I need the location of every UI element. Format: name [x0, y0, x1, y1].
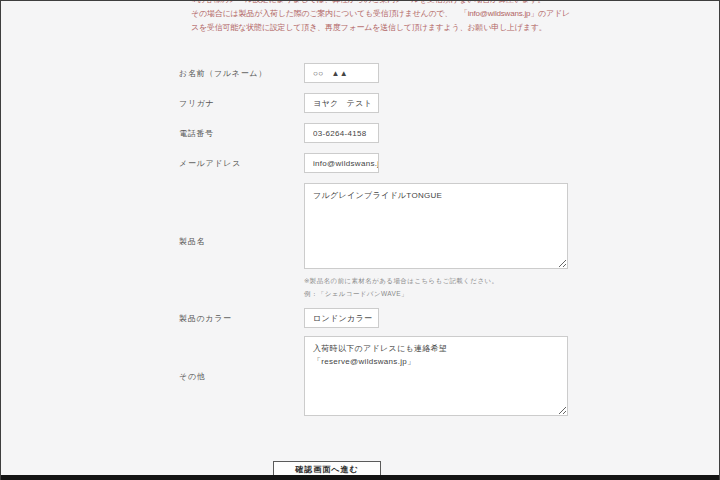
product-name-notes: ※製品名の前に素材名がある場合はこちらもご記載ください。 例：「シェルコードバン…: [304, 274, 568, 300]
other-textarea[interactable]: 入荷時以下のアドレスにも連絡希望 「reserve@wildswans.jp」: [304, 336, 568, 416]
email-input[interactable]: [304, 153, 379, 173]
product-color-input[interactable]: [304, 308, 379, 328]
product-name-note-2: 例：「シェルコードバンWAVE」: [304, 287, 568, 300]
product-name-label: 製品名: [179, 236, 304, 247]
product-name-note-1: ※製品名の前に素材名がある場合はこちらもご記載ください。: [304, 274, 568, 287]
bottom-black-bar: [1, 475, 719, 480]
product-name-field: フルグレインブライドルTONGUE ※製品名の前に素材名がある場合はこちらもご記…: [304, 183, 568, 300]
form-row-other: その他 入荷時以下のアドレスにも連絡希望 「reserve@wildswans.…: [179, 336, 599, 416]
form-row-product-name: 製品名 フルグレインブライドルTONGUE ※製品名の前に素材名がある場合はこち…: [179, 183, 599, 300]
form-row-product-color: 製品のカラー: [179, 308, 599, 328]
page: ※お客様のメール設定によりましては、弊社からのご案内メールを受信頂けない場合が御…: [0, 0, 720, 480]
phone-input[interactable]: [304, 123, 379, 143]
fullname-input[interactable]: [304, 63, 379, 83]
form-row-fullname: お名前（フルネーム）: [179, 63, 599, 83]
product-color-label: 製品のカラー: [179, 313, 304, 324]
email-label: メールアドレス: [179, 158, 304, 169]
fullname-label: お名前（フルネーム）: [179, 68, 304, 79]
form-row-email: メールアドレス: [179, 153, 599, 173]
mail-reception-notice: ※お客様のメール設定によりましては、弊社からのご案内メールを受信頂けない場合が御…: [191, 0, 576, 35]
form-row-phone: 電話番号: [179, 123, 599, 143]
phone-label: 電話番号: [179, 128, 304, 139]
furigana-label: フリガナ: [179, 98, 304, 109]
furigana-input[interactable]: [304, 93, 379, 113]
form-row-furigana: フリガナ: [179, 93, 599, 113]
other-label: その他: [179, 371, 304, 382]
product-name-textarea[interactable]: フルグレインブライドルTONGUE: [304, 183, 568, 269]
reservation-form: お名前（フルネーム） フリガナ 電話番号 メールアドレス 製品名 フルグレインブ…: [179, 63, 599, 479]
